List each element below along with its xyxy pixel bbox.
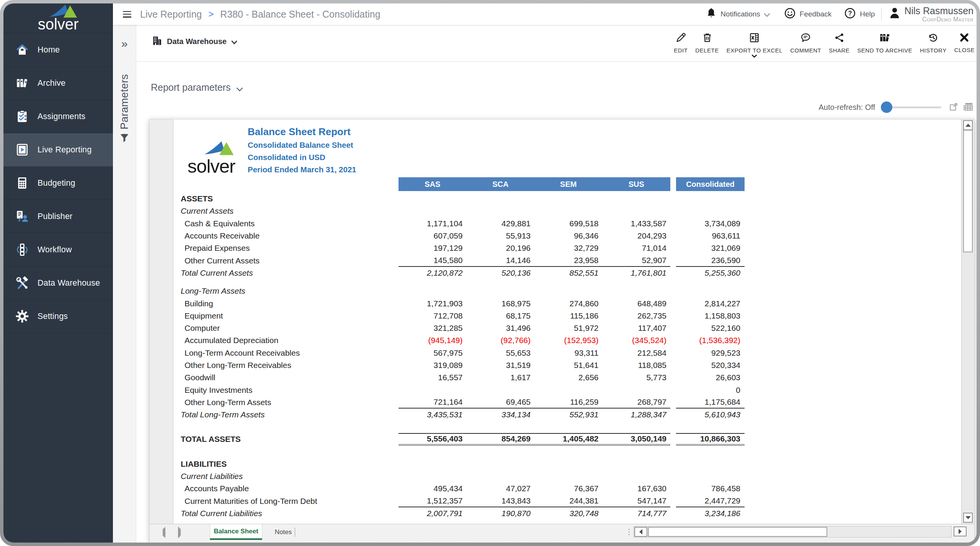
grid-view-icon[interactable] — [963, 102, 973, 113]
publisher-icon — [15, 209, 29, 223]
svg-text:solver: solver — [188, 156, 235, 176]
feedback-button[interactable]: Feedback — [784, 8, 831, 21]
sidebar-item-assignments[interactable]: Assignments — [3, 100, 113, 133]
toolbar-action-label: DELETE — [695, 47, 719, 54]
sidebar-item-data-warehouse[interactable]: Data Warehouse — [3, 266, 113, 300]
row-label: Computer — [174, 324, 399, 333]
delete-button[interactable]: DELETE — [695, 25, 719, 54]
menu-icon[interactable] — [123, 11, 131, 18]
send-to-archive-button[interactable]: SEND TO ARCHIVE — [857, 25, 912, 54]
data-source-selector[interactable]: Data Warehouse — [152, 36, 237, 47]
export-to-excel-button[interactable]: EXPORT TO EXCEL — [727, 25, 782, 58]
column-gap — [670, 482, 676, 495]
cell-value: 69,465 — [467, 396, 535, 409]
maximize-icon[interactable] — [949, 102, 959, 113]
column-header-consolidated: Consolidated — [676, 177, 745, 191]
cell-value-consolidated: 1,175,684 — [676, 396, 745, 409]
breadcrumb-page: R380 - Balance Sheet - Consolidating — [220, 9, 380, 20]
user-menu[interactable]: Nils Rasmussen CorpDemo Master — [889, 6, 973, 23]
cell-value — [467, 384, 535, 396]
column-gap — [670, 193, 676, 205]
cell-value-consolidated: 3,234,186 — [676, 507, 745, 520]
cell-value: 321,285 — [399, 322, 467, 334]
cell-value: 52,907 — [603, 254, 671, 266]
cell-value: 319,089 — [399, 359, 467, 371]
tab-balance-sheet[interactable]: Balance Sheet — [210, 524, 262, 540]
row-label: Equity Investments — [174, 386, 399, 395]
report-parameters-toggle[interactable]: Report parameters — [151, 81, 243, 94]
auto-refresh-slider[interactable] — [881, 101, 941, 113]
column-gap — [670, 409, 676, 421]
table-row: Equity Investments0 — [174, 384, 748, 396]
scroll-down-button[interactable] — [963, 513, 973, 523]
archive-icon — [15, 76, 29, 90]
edit-button[interactable]: EDIT — [674, 25, 688, 54]
sidebar-item-archive[interactable]: Archive — [3, 67, 113, 100]
cell-value: 31,496 — [467, 322, 535, 334]
cell-value: (945,149) — [399, 334, 467, 347]
vertical-scroll-thumb[interactable] — [963, 130, 973, 252]
sidebar-item-home[interactable]: Home — [3, 33, 113, 67]
cell-value: 143,843 — [467, 495, 535, 507]
row-label: Accounts Payable — [174, 484, 399, 493]
chevron-down-icon — [231, 39, 237, 46]
sidebar: solver HomeArchiveAssignmentsLive Report… — [3, 3, 113, 543]
sidebar-item-live-reporting[interactable]: Live Reporting — [3, 133, 113, 167]
column-header-sus: SUS — [603, 177, 671, 191]
sidebar-item-workflow[interactable]: Workflow — [3, 233, 113, 266]
table-row: Total Long-Term Assets3,435,531334,13455… — [174, 409, 748, 421]
horizontal-scrollbar[interactable] — [634, 526, 952, 538]
expand-panel-icon[interactable]: » — [113, 37, 136, 50]
cell-value: 1,171,104 — [399, 217, 467, 230]
toolbar-actions: EDITDELETEEXPORT TO EXCELCOMMENTSHARESEN… — [674, 25, 975, 62]
scroll-up-button[interactable] — [963, 120, 973, 130]
tab-splitter-handle[interactable]: ⋮ — [626, 527, 633, 537]
cell-value — [467, 205, 535, 217]
tab-divider — [295, 528, 295, 537]
table-row: Total Current Liabilities2,007,791190,87… — [174, 507, 748, 520]
cell-value — [534, 193, 603, 205]
column-gap — [670, 334, 676, 347]
cell-value: 20,196 — [467, 242, 535, 254]
column-gap — [670, 267, 676, 279]
tab-notes[interactable]: Notes — [262, 524, 304, 540]
cell-value: 1,405,482 — [534, 433, 603, 445]
report-toolbar: Data Warehouse EDITDELETEEXPORT TO EXCEL… — [136, 25, 977, 62]
solver-logo: solver — [3, 3, 113, 33]
svg-text:?: ? — [848, 10, 852, 16]
cell-value — [603, 384, 671, 396]
tab-scroll-right-icon[interactable] — [178, 529, 181, 536]
cell-value — [399, 285, 467, 297]
scroll-left-button[interactable] — [634, 527, 647, 537]
solver-logo-image: solver — [29, 3, 87, 33]
row-label: Building — [174, 299, 399, 308]
sidebar-item-label: Data Warehouse — [38, 278, 100, 288]
slider-knob[interactable] — [881, 101, 892, 113]
toolbar-action-label: COMMENT — [790, 47, 821, 54]
scroll-right-button[interactable] — [954, 526, 967, 536]
sidebar-item-budgeting[interactable]: Budgeting — [3, 167, 113, 200]
horizontal-scroll-thumb[interactable] — [648, 527, 827, 537]
help-button[interactable]: ? Help — [844, 8, 875, 21]
close-button[interactable]: CLOSE — [954, 25, 975, 53]
notifications-button[interactable]: Notifications — [706, 8, 770, 21]
sidebar-item-label: Publisher — [38, 212, 72, 221]
table-spacer-row — [174, 446, 748, 458]
tab-scroll-left-icon[interactable] — [163, 529, 165, 536]
sidebar-item-publisher[interactable]: Publisher — [3, 200, 113, 233]
share-button[interactable]: SHARE — [829, 25, 849, 54]
vertical-scrollbar[interactable] — [961, 119, 974, 524]
breadcrumb-section[interactable]: Live Reporting — [140, 9, 202, 20]
comment-button[interactable]: COMMENT — [790, 25, 821, 54]
history-button[interactable]: HISTORY — [920, 25, 947, 54]
cell-value: 520,136 — [467, 267, 535, 279]
cell-value: 495,434 — [399, 482, 467, 495]
cell-value — [603, 193, 671, 205]
cell-value: 145,580 — [399, 254, 467, 266]
sidebar-item-settings[interactable]: Settings — [3, 300, 113, 333]
filter-icon[interactable] — [119, 133, 129, 145]
send-to-archive-icon — [879, 33, 890, 44]
table-spacer-row — [174, 421, 748, 433]
report-viewer: solver Balance Sheet Report Consolidated… — [149, 119, 975, 543]
report-subtitle-3: Period Ended March 31, 2021 — [248, 163, 356, 176]
